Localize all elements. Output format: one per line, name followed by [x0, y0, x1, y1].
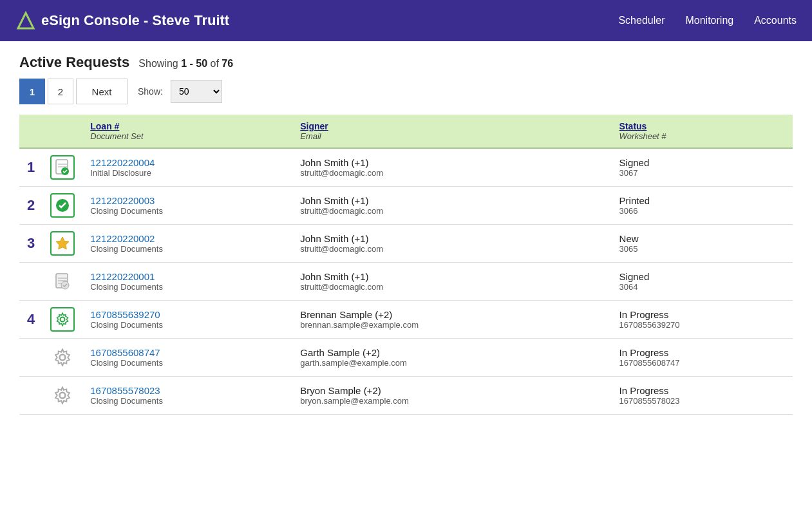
- row-status: In Progress1670855639270: [612, 301, 793, 339]
- th-signer: Signer Email: [292, 115, 611, 148]
- nav-monitoring[interactable]: Monitoring: [685, 15, 733, 26]
- circle-check-icon[interactable]: [50, 193, 75, 218]
- row-loan: 1670855608747Closing Documents: [82, 339, 292, 377]
- page-btn-2[interactable]: 2: [48, 79, 73, 104]
- main-content: Active Requests Showing 1 - 50 of 76 1 2…: [0, 41, 812, 428]
- row-loan: 121220220001Closing Documents: [82, 263, 292, 301]
- signer-name: John Smith (+1): [300, 233, 603, 244]
- row-loan: 1670855578023Closing Documents: [82, 377, 292, 415]
- row-number: 4: [19, 301, 42, 339]
- table-body: 1 121220220004Initial DisclosureJohn Smi…: [19, 148, 793, 415]
- nav-scheduler[interactable]: Scheduler: [618, 15, 665, 26]
- loan-link[interactable]: 1670855639270: [90, 309, 160, 320]
- table-row: 4 1670855639270Closing DocumentsBrennan …: [19, 301, 793, 339]
- row-icon-cell: [42, 225, 82, 263]
- signer-email: struitt@docmagic.com: [300, 168, 603, 178]
- table-header-row: Loan # Document Set Signer Email Status …: [19, 115, 793, 148]
- col-loan-sub: Document Set: [90, 131, 285, 141]
- worksheet-num: 3065: [619, 244, 785, 254]
- app-title: eSign Console - Steve Truitt: [41, 12, 229, 29]
- worksheet-num: 1670855578023: [619, 396, 785, 406]
- table-row: 2 121220220003Closing DocumentsJohn Smit…: [19, 187, 793, 225]
- status-text: In Progress: [619, 309, 785, 320]
- signer-email: bryon.sample@example.com: [300, 396, 603, 406]
- signer-email: struitt@docmagic.com: [300, 244, 603, 254]
- th-icon: [42, 115, 82, 148]
- doc-page-check-icon[interactable]: [50, 155, 75, 180]
- signer-email: struitt@docmagic.com: [300, 282, 603, 292]
- signer-email: garth.sample@example.com: [300, 358, 603, 368]
- svg-marker-5: [56, 237, 69, 249]
- row-loan: 121220220004Initial Disclosure: [82, 148, 292, 187]
- worksheet-num: 3066: [619, 206, 785, 216]
- svg-point-8: [61, 317, 65, 322]
- doc-page-icon[interactable]: [50, 269, 75, 294]
- worksheet-num: 1670855608747: [619, 358, 785, 368]
- row-loan: 121220220002Closing Documents: [82, 225, 292, 263]
- page-title: Active Requests Showing 1 - 50 of 76: [19, 54, 793, 71]
- loan-link[interactable]: 121220220003: [90, 195, 155, 206]
- row-status: In Progress1670855578023: [612, 377, 793, 415]
- col-signer-sub: Email: [300, 131, 603, 141]
- signer-email: brennan.sample@example.com: [300, 320, 603, 330]
- table-row: 121220220001Closing DocumentsJohn Smith …: [19, 263, 793, 301]
- loan-link[interactable]: 121220220002: [90, 233, 155, 244]
- gear-gray-icon[interactable]: [50, 345, 75, 370]
- gear-green-icon[interactable]: [50, 307, 75, 332]
- th-status: Status Worksheet #: [612, 115, 793, 148]
- row-status: In Progress1670855608747: [612, 339, 793, 377]
- th-loan: Loan # Document Set: [82, 115, 292, 148]
- loan-link[interactable]: 1670855608747: [90, 347, 160, 358]
- loan-link[interactable]: 121220220004: [90, 157, 155, 168]
- col-status-sub: Worksheet #: [619, 131, 785, 141]
- col-loan-title[interactable]: Loan #: [90, 121, 285, 131]
- worksheet-num: 3064: [619, 282, 785, 292]
- status-text: Signed: [619, 271, 785, 282]
- row-signer: John Smith (+1)struitt@docmagic.com: [292, 187, 611, 225]
- doc-set: Closing Documents: [90, 396, 285, 406]
- svg-point-9: [60, 355, 66, 361]
- gear-gray-icon[interactable]: [50, 383, 75, 408]
- row-loan: 1670855639270Closing Documents: [82, 301, 292, 339]
- header: eSign Console - Steve Truitt Scheduler M…: [0, 0, 812, 41]
- col-signer-title[interactable]: Signer: [300, 121, 603, 131]
- table-row: 3 121220220002Closing DocumentsJohn Smit…: [19, 225, 793, 263]
- row-status: New3065: [612, 225, 793, 263]
- status-text: In Progress: [619, 385, 785, 396]
- page-btn-next[interactable]: Next: [76, 79, 127, 104]
- pagination: 1 2 Next Show: 10 25 50 100: [19, 79, 793, 104]
- doc-set: Closing Documents: [90, 244, 285, 254]
- requests-table: Loan # Document Set Signer Email Status …: [19, 115, 793, 415]
- row-number: [19, 263, 42, 301]
- loan-link[interactable]: 1670855578023: [90, 385, 160, 396]
- row-signer: John Smith (+1)struitt@docmagic.com: [292, 148, 611, 187]
- page-btn-1[interactable]: 1: [19, 79, 45, 104]
- status-text: Signed: [619, 157, 785, 168]
- row-status: Signed3067: [612, 148, 793, 187]
- row-number: 1: [19, 148, 42, 187]
- row-status: Signed3064: [612, 263, 793, 301]
- app-logo: eSign Console - Steve Truitt: [15, 10, 618, 31]
- signer-name: Garth Sample (+2): [300, 347, 603, 358]
- header-nav: Scheduler Monitoring Accounts: [618, 15, 797, 26]
- row-icon-cell: [42, 187, 82, 225]
- row-number: [19, 377, 42, 415]
- showing-info: Showing 1 - 50 of 76: [138, 58, 233, 69]
- table-row: 1670855608747Closing DocumentsGarth Samp…: [19, 339, 793, 377]
- nav-accounts[interactable]: Accounts: [754, 15, 797, 26]
- star-icon[interactable]: [50, 231, 75, 256]
- svg-line-1: [26, 13, 31, 23]
- worksheet-num: 3067: [619, 168, 785, 178]
- loan-link[interactable]: 121220220001: [90, 271, 155, 282]
- row-icon-cell: [42, 377, 82, 415]
- status-text: Printed: [619, 195, 785, 206]
- show-select[interactable]: 10 25 50 100: [171, 80, 222, 103]
- col-status-title[interactable]: Status: [619, 121, 785, 131]
- doc-set: Closing Documents: [90, 206, 285, 216]
- logo-icon: [15, 10, 36, 31]
- row-status: Printed3066: [612, 187, 793, 225]
- signer-email: struitt@docmagic.com: [300, 206, 603, 216]
- signer-name: Brennan Sample (+2): [300, 309, 603, 320]
- doc-set: Closing Documents: [90, 282, 285, 292]
- row-signer: John Smith (+1)struitt@docmagic.com: [292, 225, 611, 263]
